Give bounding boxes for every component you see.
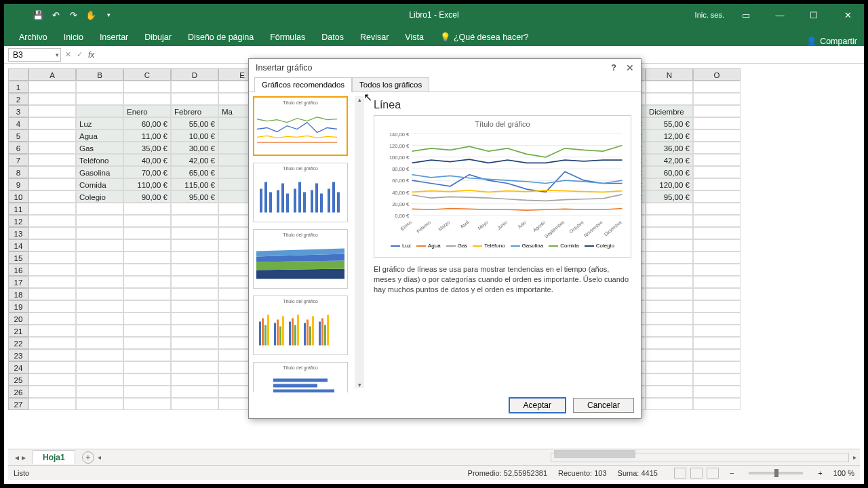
cell[interactable]	[171, 398, 218, 410]
qat-dropdown-icon[interactable]: ▾	[102, 8, 115, 22]
cell[interactable]	[76, 81, 123, 93]
cell[interactable]	[123, 93, 171, 105]
cell[interactable]	[693, 117, 741, 129]
cell[interactable]	[646, 264, 693, 276]
cell[interactable]	[123, 288, 171, 300]
cell[interactable]	[693, 178, 741, 190]
cell[interactable]	[28, 227, 76, 239]
minimize-icon[interactable]: —	[768, 4, 792, 26]
cell[interactable]	[123, 398, 171, 410]
help-icon[interactable]: ?	[611, 63, 616, 73]
scroll-down-icon[interactable]: ▾	[358, 382, 361, 388]
cell[interactable]	[123, 227, 171, 239]
cell[interactable]	[171, 81, 218, 93]
cell[interactable]	[76, 203, 123, 215]
cell[interactable]	[123, 81, 171, 93]
tab-vista[interactable]: Vista	[397, 28, 432, 46]
cell[interactable]	[76, 300, 123, 312]
cell[interactable]	[693, 142, 741, 154]
cell[interactable]	[171, 300, 218, 312]
sheet-nav-prev-icon[interactable]: ◂	[15, 453, 19, 462]
cell[interactable]: 12,00 €	[646, 129, 693, 142]
cell[interactable]: 42,00 €	[646, 154, 693, 166]
cell[interactable]	[693, 239, 741, 251]
cell[interactable]	[646, 361, 693, 373]
cell[interactable]	[76, 264, 123, 276]
cell[interactable]	[76, 276, 123, 288]
cell[interactable]	[28, 129, 76, 142]
cell[interactable]	[646, 337, 693, 349]
cell[interactable]	[76, 386, 123, 398]
cell[interactable]	[693, 251, 741, 264]
tab-inicio[interactable]: Inicio	[56, 28, 92, 46]
cell[interactable]	[693, 386, 741, 398]
cell[interactable]	[693, 105, 741, 117]
cell[interactable]	[76, 325, 123, 337]
cell[interactable]	[123, 373, 171, 386]
cell[interactable]	[646, 276, 693, 288]
thumb-column-chart[interactable]: Título del gráfico	[253, 163, 348, 222]
cell[interactable]	[171, 264, 218, 276]
cell[interactable]	[28, 105, 76, 117]
tell-me[interactable]: 💡¿Qué desea hacer?	[432, 28, 537, 46]
cell[interactable]	[693, 300, 741, 312]
cell[interactable]	[171, 312, 218, 325]
scroll-up-icon[interactable]: ▴	[358, 96, 361, 103]
cancel-icon[interactable]: ✕	[65, 50, 71, 59]
view-layout-icon[interactable]	[690, 468, 703, 479]
save-icon[interactable]: 💾	[31, 8, 45, 22]
chart-preview-box[interactable]: Título del gráfico 0,00 €20,00 €40,00 €6…	[374, 115, 631, 258]
cell[interactable]	[646, 349, 693, 361]
cell[interactable]	[171, 239, 218, 251]
cell[interactable]	[76, 361, 123, 373]
cell[interactable]	[693, 312, 741, 325]
cell[interactable]: Colegio	[76, 190, 123, 203]
cell[interactable]: Luz	[76, 117, 123, 129]
cell[interactable]	[28, 264, 76, 276]
thumb-clustered-column-chart[interactable]: Título del gráfico	[253, 296, 348, 355]
cell[interactable]	[76, 215, 123, 227]
cell[interactable]	[171, 215, 218, 227]
cell[interactable]	[76, 239, 123, 251]
cell[interactable]	[171, 337, 218, 349]
thumb-scrollbar[interactable]: ▴▾	[355, 96, 364, 388]
ribbon-options-icon[interactable]: ▭	[734, 4, 758, 26]
cell[interactable]	[693, 190, 741, 203]
fx-icon[interactable]: fx	[88, 50, 94, 60]
cell[interactable]	[646, 325, 693, 337]
cell[interactable]	[693, 81, 741, 93]
close-window-icon[interactable]: ✕	[835, 4, 860, 26]
cell[interactable]	[646, 288, 693, 300]
cell[interactable]	[646, 203, 693, 215]
tab-revisar[interactable]: Revisar	[352, 28, 397, 46]
cell[interactable]	[28, 337, 76, 349]
cell[interactable]	[123, 337, 171, 349]
cell[interactable]	[123, 215, 171, 227]
cell[interactable]	[28, 178, 76, 190]
sheet-nav-next-icon[interactable]: ▸	[22, 453, 26, 462]
cell[interactable]	[28, 215, 76, 227]
cell[interactable]	[123, 276, 171, 288]
thumb-stacked-area-chart[interactable]: Título del gráfico	[253, 229, 348, 289]
cell[interactable]: 60,00 €	[646, 166, 693, 178]
tab-diseno[interactable]: Diseño de página	[180, 28, 262, 46]
cell[interactable]	[76, 398, 123, 410]
cell[interactable]: Enero	[123, 105, 171, 117]
redo-icon[interactable]: ↷	[66, 8, 80, 22]
cell[interactable]	[646, 251, 693, 264]
cell[interactable]	[693, 93, 741, 105]
tab-insertar[interactable]: Insertar	[92, 28, 136, 46]
cell[interactable]	[28, 312, 76, 325]
cell[interactable]	[646, 373, 693, 386]
cell[interactable]	[693, 349, 741, 361]
cell[interactable]	[171, 373, 218, 386]
cell[interactable]: Comida	[76, 178, 123, 190]
cell[interactable]	[28, 239, 76, 251]
cell[interactable]	[28, 251, 76, 264]
cell[interactable]	[171, 386, 218, 398]
cell[interactable]: 120,00 €	[646, 178, 693, 190]
share-button[interactable]: 👤Compartir	[806, 36, 857, 46]
cell[interactable]	[28, 203, 76, 215]
cell[interactable]	[76, 373, 123, 386]
cell[interactable]	[171, 276, 218, 288]
